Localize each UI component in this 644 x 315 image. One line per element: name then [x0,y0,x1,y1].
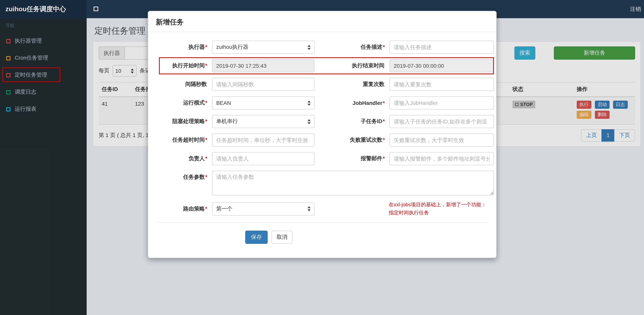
timeout-input[interactable] [212,134,314,147]
repeat-label: 重复次数 [319,81,385,88]
add-task-modal: 新增任务 执行器* zuihou执行器 任务描述* 执行开始时间* 2019-0… [148,11,497,258]
repeat-input[interactable] [390,78,494,91]
end-time-label: 执行结束时间 [319,62,385,69]
block-strategy-select[interactable]: 单机串行 [212,115,314,128]
start-time-input[interactable]: 2019-07-30 17:25:43 [212,59,314,72]
interval-label: 间隔秒数 [151,81,207,88]
select-caret-icon [308,206,310,211]
child-job-label: 子任务ID* [319,118,385,125]
block-strategy-label: 阻塞处理策略* [151,118,207,125]
modal-title: 新增任务 [156,18,184,26]
owner-input[interactable] [212,152,314,165]
start-time-label: 执行开始时间* [151,62,207,69]
alarm-email-label: 报警邮件* [319,155,385,162]
feature-note-text: 在xxl-jobs项目的基础上，新增了一个功能： 指定时间执行任务 [389,201,494,217]
job-param-label: 任务参数* [151,174,207,181]
cancel-button[interactable]: 取消 [272,230,292,244]
form-row-executor-desc: 执行器* zuihou执行器 任务描述* [151,41,493,54]
app-viewport: zuihou任务调度中心 注销 导航 执行器管理 Cron任务管理 定时任务管理… [0,0,644,315]
modal-body: 执行器* zuihou执行器 任务描述* 执行开始时间* 2019-07-30 … [148,32,496,257]
end-time-input[interactable]: 2019-07-30 00:00:00 [390,59,494,72]
modal-header: 新增任务 [148,11,496,32]
select-caret-icon [308,100,310,105]
select-caret-icon [308,119,310,124]
job-param-textarea[interactable] [212,171,494,195]
form-row-timeout-retry: 任务超时时间* 失败重试次数* [151,134,493,147]
job-handler-label: JobHandler* [319,100,385,106]
interval-input[interactable] [212,78,314,91]
retry-label: 失败重试次数* [319,137,385,144]
timeout-label: 任务超时时间* [151,137,207,144]
retry-input[interactable] [390,134,494,147]
route-strategy-label: 路由策略* [151,205,207,212]
job-handler-input[interactable] [390,96,494,110]
executor-label: 执行器* [151,44,207,51]
form-row-job-param: 任务参数* [151,171,493,195]
owner-label: 负责人* [151,155,207,162]
form-row-block-childjob: 阻塞处理策略* 单机串行 子任务ID* [151,115,493,128]
select-caret-icon [308,45,310,50]
job-desc-label: 任务描述* [319,44,385,51]
modal-footer: 保存 取消 [151,223,493,255]
form-row-owner-email: 负责人* 报警邮件* [151,152,493,165]
glue-type-select[interactable]: BEAN [212,96,314,110]
child-job-input[interactable] [390,115,494,128]
job-desc-input[interactable] [390,41,494,54]
form-row-route-strategy: 路由策略* 第一个 在xxl-jobs项目的基础上，新增了一个功能： 指定时间执… [151,201,493,217]
alarm-email-input[interactable] [390,152,494,165]
save-button[interactable]: 保存 [245,230,268,244]
executor-select[interactable]: zuihou执行器 [212,41,314,54]
form-row-gluetype-handler: 运行模式* BEAN JobHandler* [151,96,493,110]
route-strategy-select[interactable]: 第一个 [212,202,314,216]
glue-type-label: 运行模式* [151,99,207,106]
form-row-interval-repeat: 间隔秒数 重复次数 [151,78,493,91]
form-row-time-range: 执行开始时间* 2019-07-30 17:25:43 执行结束时间 2019-… [151,59,493,72]
